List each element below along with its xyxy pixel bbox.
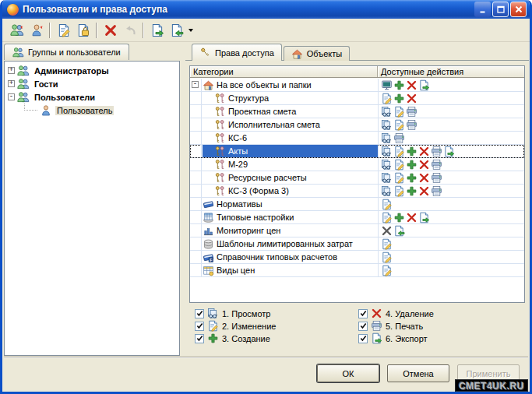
edit-icon bbox=[393, 146, 405, 157]
category-row[interactable]: Проектная смета bbox=[190, 105, 524, 118]
add-group-button[interactable] bbox=[7, 20, 26, 40]
category-row[interactable]: Исполнительная смета bbox=[190, 118, 524, 132]
ok-button[interactable]: ОК bbox=[317, 364, 379, 382]
watermark: CMET4UK.RU bbox=[455, 379, 528, 392]
expander-minus-icon[interactable]: - bbox=[192, 81, 199, 88]
row-gutter bbox=[190, 145, 202, 157]
actions-cell bbox=[378, 118, 524, 131]
tree-item-label: Администраторы bbox=[33, 66, 111, 76]
toolbar-dropdown-arrow[interactable] bbox=[188, 29, 193, 32]
tree-item[interactable]: Пользователь bbox=[5, 104, 179, 117]
export-button[interactable] bbox=[147, 20, 167, 40]
category-row[interactable]: Ресурсные расчеты bbox=[190, 171, 524, 185]
category-row[interactable]: М-29 bbox=[190, 158, 524, 171]
actions-cell bbox=[378, 185, 524, 197]
import-icon bbox=[170, 23, 184, 37]
category-row[interactable]: Мониторинг цен bbox=[190, 224, 524, 237]
row-gutter bbox=[190, 105, 202, 118]
create-icon bbox=[207, 332, 219, 344]
export-icon bbox=[371, 332, 382, 344]
category-label: Нормативы bbox=[217, 198, 262, 210]
checkbox-checked[interactable] bbox=[195, 322, 204, 331]
legend-label: 1. Просмотр bbox=[222, 309, 270, 318]
cancel-button[interactable]: Отмена bbox=[387, 364, 449, 382]
view-icon bbox=[381, 119, 393, 131]
checkbox-checked[interactable] bbox=[195, 309, 204, 318]
legend-label: 3. Создание bbox=[222, 334, 270, 343]
column-header-categories[interactable]: Категории bbox=[190, 66, 378, 77]
legend-item: 4. Удаление bbox=[358, 308, 434, 319]
category-row[interactable]: КС-3 (Форма 3) bbox=[190, 185, 524, 198]
actions-cell bbox=[378, 224, 524, 237]
edit-rights-button[interactable] bbox=[54, 20, 73, 40]
column-header-actions[interactable]: Доступные действия bbox=[378, 66, 524, 77]
checkbox-checked[interactable] bbox=[195, 334, 204, 343]
actions-cell bbox=[378, 105, 524, 118]
close-button[interactable] bbox=[510, 2, 527, 17]
edit-icon bbox=[393, 172, 405, 184]
row-gutter bbox=[190, 185, 202, 197]
create-icon bbox=[393, 93, 405, 104]
lock-icon bbox=[76, 23, 90, 37]
category-row[interactable]: КС-6 bbox=[190, 132, 524, 145]
view-icon bbox=[381, 159, 393, 171]
category-row[interactable]: -На все объекты и папки bbox=[190, 79, 524, 92]
category-label: Типовые настройки bbox=[217, 211, 294, 223]
row-gutter bbox=[190, 264, 202, 276]
delete-icon bbox=[406, 212, 417, 223]
category-row[interactable]: Справочник типовых расчетов bbox=[190, 251, 524, 264]
close-icon bbox=[515, 5, 523, 13]
checkbox-checked[interactable] bbox=[358, 322, 368, 331]
tree-item[interactable]: +Гости bbox=[5, 77, 179, 90]
home-icon bbox=[291, 48, 303, 60]
maximize-button[interactable] bbox=[492, 2, 509, 17]
tree-item[interactable]: -Пользователи bbox=[5, 90, 179, 104]
category-row[interactable]: Нормативы bbox=[190, 198, 524, 211]
undo-icon bbox=[123, 23, 137, 37]
app-icon bbox=[7, 4, 19, 16]
footer-separator bbox=[4, 357, 528, 358]
export-icon bbox=[150, 23, 164, 37]
expander-plus-icon[interactable]: + bbox=[8, 80, 15, 87]
category-row[interactable]: Шаблоны лимитированных затрат bbox=[190, 237, 524, 251]
delete-icon bbox=[418, 146, 430, 157]
print-icon bbox=[431, 185, 442, 197]
keys-icon bbox=[214, 106, 226, 118]
add-user-button[interactable] bbox=[26, 20, 46, 40]
expander-minus-icon[interactable]: - bbox=[8, 93, 15, 100]
grid-rows: -На все объекты и папкиСтруктураПроектна… bbox=[190, 79, 524, 302]
tab-groups-and-users[interactable]: Группы и пользователи bbox=[4, 44, 129, 60]
row-gutter bbox=[190, 237, 202, 250]
delete-button[interactable] bbox=[100, 20, 120, 40]
undo-button[interactable] bbox=[120, 20, 139, 40]
tree-item[interactable]: +Администраторы bbox=[5, 64, 179, 77]
checkbox-checked[interactable] bbox=[358, 334, 368, 343]
category-row[interactable]: Типовые настройки bbox=[190, 211, 524, 224]
expander-plus-icon[interactable]: + bbox=[8, 67, 15, 74]
checkbox-checked[interactable] bbox=[358, 309, 368, 318]
monitor-icon bbox=[381, 79, 393, 91]
category-row[interactable]: Акты bbox=[190, 145, 524, 158]
category-label: Исполнительная смета bbox=[228, 118, 320, 131]
print-icon bbox=[406, 119, 417, 131]
tab-access-rights[interactable]: Права доступа bbox=[192, 44, 282, 61]
minimize-button[interactable] bbox=[474, 2, 491, 17]
book-icon bbox=[203, 199, 214, 210]
row-gutter bbox=[190, 198, 202, 210]
edit-icon bbox=[381, 238, 393, 250]
pricetable-icon bbox=[203, 265, 214, 276]
edit-icon bbox=[381, 93, 393, 104]
tab-objects[interactable]: Объекты bbox=[284, 46, 350, 61]
users-icon bbox=[17, 65, 30, 77]
actions-cell bbox=[378, 145, 524, 157]
category-row[interactable]: Структура bbox=[190, 92, 524, 105]
category-label: М-29 bbox=[228, 158, 248, 171]
category-row[interactable]: Виды цен bbox=[190, 264, 524, 277]
keys-icon bbox=[214, 93, 226, 104]
lock-rights-button[interactable] bbox=[73, 20, 93, 40]
import-button[interactable] bbox=[167, 20, 186, 40]
print-icon bbox=[393, 132, 405, 144]
users-icon bbox=[17, 78, 30, 90]
add-user-icon bbox=[30, 23, 44, 37]
delete-icon bbox=[418, 159, 430, 171]
